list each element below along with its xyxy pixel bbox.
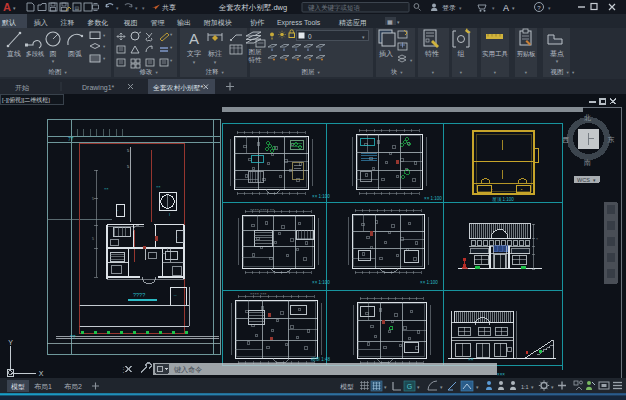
svg-text:登录: 登录 [442,4,456,12]
svg-text:管理: 管理 [150,19,164,27]
svg-text:模型: 模型 [11,383,25,391]
svg-text:[-][俯视][二维线框]: [-][俯视][二维线框] [2,96,50,104]
svg-text:插入: 插入 [34,19,48,27]
svg-text:·: · [117,207,119,213]
svg-text:开始: 开始 [15,84,30,92]
svg-text:⌒: ⌒ [173,294,177,299]
svg-text:共享: 共享 [162,4,176,12]
svg-text:视图: 视图 [551,68,564,76]
svg-text:全套农村小别墅*: 全套农村小别墅* [153,84,204,92]
svg-text:组: 组 [458,50,465,57]
svg-text:西: 西 [562,136,569,144]
svg-text:×× 1:100: ×× 1:100 [420,280,438,285]
svg-text:图层: 图层 [302,68,316,75]
svg-text:Ⅰ: Ⅰ [169,212,170,217]
svg-text:附加模块: 附加模块 [204,19,232,27]
svg-text:块: 块 [390,68,398,75]
svg-text:1:1: 1:1 [521,384,529,390]
svg-text:×× 1:100: ×× 1:100 [424,196,442,201]
svg-text:5: 5 [127,164,130,169]
svg-text:A: A [503,3,509,13]
svg-text:×××× ×××× ××: ×××× ×××× ×× [250,208,274,212]
svg-text:A: A [3,1,11,13]
svg-text:注释: 注释 [60,18,74,26]
svg-text:实用工具: 实用工具 [482,50,509,58]
svg-text:特性: 特性 [249,56,263,64]
svg-text:模型 1:48: 模型 1:48 [310,356,331,362]
svg-text:Drawing1*: Drawing1* [82,84,115,92]
svg-text:0: 0 [308,33,312,40]
svg-text:基点: 基点 [550,50,564,58]
svg-text:剪贴板: 剪贴板 [517,50,536,58]
svg-text:▦: ▦ [387,19,393,25]
svg-text:绘图: 绘图 [49,68,62,75]
svg-text:Express Tools: Express Tools [277,19,321,27]
svg-text:圆弧: 圆弧 [68,50,82,58]
svg-text:插入: 插入 [379,50,393,58]
svg-text:77: 77 [68,136,74,142]
svg-text:圆: 圆 [50,50,57,58]
svg-text:全套农村小别墅.dwg: 全套农村小别墅.dwg [219,3,287,12]
svg-text:协作: 协作 [250,19,264,27]
svg-text:模型: 模型 [340,383,354,390]
svg-text:文字: 文字 [187,49,201,57]
svg-text:77: 77 [70,334,76,340]
svg-text:默认: 默认 [1,19,16,27]
svg-text:×× 1:100: ×× 1:100 [312,280,330,285]
svg-text:输出: 输出 [177,19,191,27]
svg-text:精选应用: 精选应用 [339,18,367,27]
svg-text:屋顶 1:100: 屋顶 1:100 [492,197,514,202]
svg-text:修改: 修改 [140,68,154,75]
svg-text:布局1: 布局1 [34,383,52,391]
svg-text:WCS: WCS [577,177,590,183]
svg-text:东: 东 [608,136,615,143]
svg-text:▤: ▤ [75,5,80,11]
svg-text:A: A [189,30,199,47]
svg-text:5: 5 [92,237,94,241]
svg-text:键入命令: 键入命令 [173,366,202,374]
svg-text:注释: 注释 [206,68,220,75]
svg-text:X: X [39,370,44,377]
svg-text:××: ×× [156,184,161,189]
svg-text:????: ???? [133,292,145,298]
svg-text:×× 1:100: ×× 1:100 [312,194,330,199]
svg-text:×××× ×××: ×××× ××× [250,292,267,296]
svg-text:键入关键字或短语: 键入关键字或短语 [307,4,361,12]
svg-text:直线: 直线 [7,50,21,57]
svg-text:××: ×× [468,357,474,362]
svg-text:·: · [146,256,147,261]
svg-text:标注: 标注 [207,49,222,58]
svg-text:5: 5 [127,148,130,153]
svg-text:视图: 视图 [124,19,138,27]
svg-text:图层: 图层 [249,48,263,55]
svg-text:×: × [536,237,538,241]
svg-text:特性: 特性 [425,50,439,58]
svg-text:北: 北 [584,114,591,122]
svg-text:G: G [407,383,412,390]
svg-text:Y: Y [8,339,13,346]
svg-text:布局2: 布局2 [64,383,82,391]
svg-text:×××: ××× [497,372,505,377]
svg-text:参数化: 参数化 [87,19,108,27]
svg-text:·: · [177,235,178,240]
svg-text:5: 5 [92,197,94,201]
svg-text:××: ×× [104,186,109,191]
svg-text:多段线: 多段线 [26,50,45,57]
svg-text:南: 南 [584,159,591,166]
